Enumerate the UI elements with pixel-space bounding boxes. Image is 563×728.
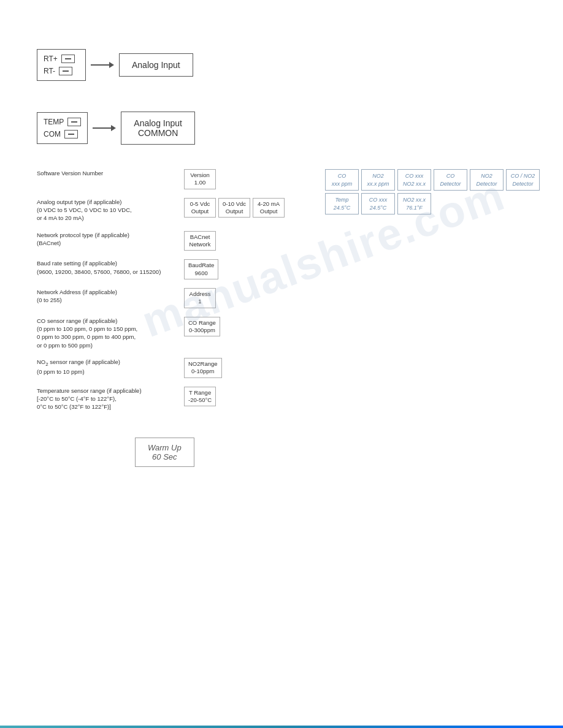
diagram-2: TEMP COM Analog Input COMMON — [37, 112, 526, 145]
desc-software-version: Software Version Number — [37, 169, 178, 177]
boxes-network-protocol: BACnetNetwork — [184, 231, 216, 251]
analog-input-label-1: Analog Input — [119, 53, 193, 77]
desc-network-protocol: Network protocol type (if applicable) (B… — [37, 231, 178, 248]
desc-no2-range: NO2 sensor range (if applicable) (0 ppm … — [37, 358, 178, 376]
display-row-2: Temp 24.5°C CO xxx 24.5°C NO2 xx.x 76.1°… — [325, 193, 540, 214]
rt-minus-label: RT- — [44, 67, 55, 75]
setting-no2-range: NO2 sensor range (if applicable) (0 ppm … — [37, 358, 313, 378]
desc-baud-rate: Baud rate setting (if applicable) (9600,… — [37, 259, 178, 276]
connector-symbol-rt-plus — [61, 55, 75, 63]
warmup-line1: Warm Up — [148, 443, 182, 452]
display-co-det-label: CO — [438, 172, 463, 180]
desc-network-address: Network Address (if applicable) (0 to 25… — [37, 288, 178, 305]
analog-output-row: 0-5 VdcOutput 0-10 VdcOutput 4-20 mAOutp… — [184, 198, 285, 218]
display-no2-temp: NO2 xx.x 76.1°F — [397, 193, 431, 214]
display-co-no2-det-label: CO / NO2 — [510, 172, 535, 180]
display-temp-value: 24.5°C — [329, 204, 354, 212]
box-4-20ma: 4-20 mAOutput — [253, 198, 285, 218]
display-no2-det-value: Detector — [474, 180, 499, 188]
setting-network-protocol: Network protocol type (if applicable) (B… — [37, 231, 313, 251]
setting-temp-range: Temperature sensor range (if applicable)… — [37, 387, 313, 411]
connector-row-rt-plus: RT+ — [44, 55, 79, 63]
desc-temp-range: Temperature sensor range (if applicable)… — [37, 387, 178, 411]
display-no2-xxx-label: NO2 xx.x — [402, 180, 427, 188]
box-baudrate: BaudRate9600 — [184, 259, 218, 279]
com-label: COM — [44, 130, 61, 138]
display-co-temp-value: 24.5°C — [366, 204, 391, 212]
connector-box-2: TEMP COM — [37, 112, 88, 144]
display-co-no2-combined: CO xxx NO2 xx.x — [397, 169, 431, 191]
box-version: Version1.00 — [184, 169, 216, 189]
connector-row-rt-minus: RT- — [44, 67, 79, 75]
settings-panel: Software Version Number Version1.00 Anal… — [37, 169, 313, 419]
display-screens-panel: CO xxx ppm NO2 xx.x ppm CO xxx NO2 xx.x … — [325, 169, 540, 419]
display-co-det-value: Detector — [438, 180, 463, 188]
display-co-ppm: CO xxx ppm — [325, 169, 359, 191]
display-no2-ppm: NO2 xx.x ppm — [361, 169, 395, 191]
boxes-baud-rate: BaudRate9600 — [184, 259, 218, 279]
display-no2-temp-value: 76.1°F — [402, 204, 427, 212]
arrow-1 — [91, 62, 114, 68]
display-no2-value: xx.x ppm — [366, 180, 391, 188]
box-0-10vdc: 0-10 VdcOutput — [218, 198, 250, 218]
display-co-value: xxx ppm — [329, 180, 354, 188]
display-no2-det-label: NO2 — [474, 172, 499, 180]
display-co-detector: CO Detector — [434, 169, 467, 191]
box-bacnet: BACnetNetwork — [184, 231, 216, 251]
display-temp: Temp 24.5°C — [325, 193, 359, 214]
display-co-temp-label: CO xxx — [366, 196, 391, 204]
setting-software-version: Software Version Number Version1.00 — [37, 169, 313, 189]
rt-plus-label: RT+ — [44, 55, 58, 63]
connector-row-temp: TEMP — [44, 118, 81, 126]
setting-analog-output: Analog output type (if applicable) (0 VD… — [37, 198, 313, 222]
boxes-co-range: CO Range0-300ppm — [184, 317, 220, 337]
connector-box-1: RT+ RT- — [37, 49, 86, 81]
setting-network-address: Network Address (if applicable) (0 to 25… — [37, 288, 313, 308]
display-co-no2-detector: CO / NO2 Detector — [506, 169, 540, 191]
boxes-no2-range: NO2Range0-10ppm — [184, 358, 222, 378]
boxes-temp-range: T Range-20-50°C — [184, 387, 216, 407]
display-no2-detector: NO2 Detector — [470, 169, 504, 191]
setting-baud-rate: Baud rate setting (if applicable) (9600,… — [37, 259, 313, 279]
diagram-1: RT+ RT- Analog Input — [37, 49, 526, 81]
desc-co-range: CO sensor range (if applicable) (0 ppm t… — [37, 317, 178, 349]
display-temp-label: Temp — [329, 196, 354, 204]
display-co-xxx-label: CO xxx — [402, 172, 427, 180]
analog-input-common-label: Analog Input COMMON — [121, 112, 195, 145]
display-no2-temp-label: NO2 xx.x — [402, 196, 427, 204]
box-temp-range: T Range-20-50°C — [184, 387, 216, 407]
display-row-1: CO xxx ppm NO2 xx.x ppm CO xxx NO2 xx.x … — [325, 169, 540, 191]
warmup-box: Warm Up 60 Sec — [135, 438, 194, 467]
box-0-5vdc: 0-5 VdcOutput — [184, 198, 216, 218]
display-co-temp: CO xxx 24.5°C — [361, 193, 395, 214]
temp-label: TEMP — [44, 118, 64, 126]
display-co-label: CO — [329, 172, 354, 180]
connector-row-com: COM — [44, 130, 81, 138]
box-co-range: CO Range0-300ppm — [184, 317, 220, 337]
warmup-section: Warm Up 60 Sec — [37, 438, 526, 467]
boxes-software-version: Version1.00 — [184, 169, 216, 189]
connector-symbol-temp — [67, 118, 81, 126]
box-no2-range: NO2Range0-10ppm — [184, 358, 222, 378]
display-no2-label: NO2 — [366, 172, 391, 180]
display-co-no2-det-value: Detector — [510, 180, 535, 188]
main-content-area: Software Version Number Version1.00 Anal… — [37, 169, 526, 419]
setting-co-range: CO sensor range (if applicable) (0 ppm t… — [37, 317, 313, 349]
boxes-analog-output: 0-5 VdcOutput 0-10 VdcOutput 4-20 mAOutp… — [184, 198, 285, 218]
box-address: Address1 — [184, 288, 216, 308]
arrow-2 — [93, 125, 116, 131]
warmup-line2: 60 Sec — [148, 452, 182, 461]
desc-analog-output: Analog output type (if applicable) (0 VD… — [37, 198, 178, 222]
bottom-line — [0, 726, 563, 728]
boxes-network-address: Address1 — [184, 288, 216, 308]
connector-symbol-com — [64, 130, 78, 138]
connector-symbol-rt-minus — [59, 67, 72, 75]
